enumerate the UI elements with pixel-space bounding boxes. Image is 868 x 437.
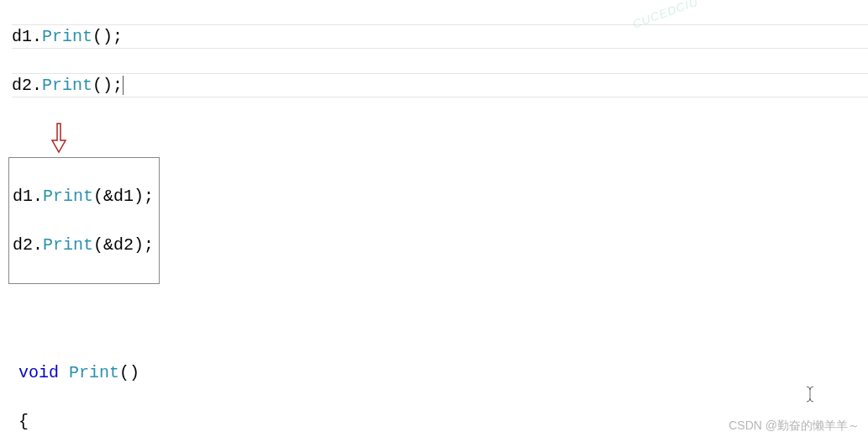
code-block-call-expanded: d1.Print(&d1); d2.Print(&d2); bbox=[8, 157, 160, 284]
code-line: d1.Print(); bbox=[12, 24, 868, 49]
code-line: d1.Print(&d1); bbox=[13, 184, 154, 208]
code-line: d2.Print(); bbox=[12, 73, 868, 97]
code-line: d2.Print(&d2); bbox=[13, 233, 154, 257]
code-line: void Print() bbox=[18, 361, 868, 385]
code-block-call-original: d1.Print(); d2.Print(); bbox=[0, 0, 868, 122]
watermark-bottom: CSDN @勤奋的懒羊羊～ bbox=[729, 417, 860, 434]
arrow-down-icon bbox=[47, 122, 868, 154]
